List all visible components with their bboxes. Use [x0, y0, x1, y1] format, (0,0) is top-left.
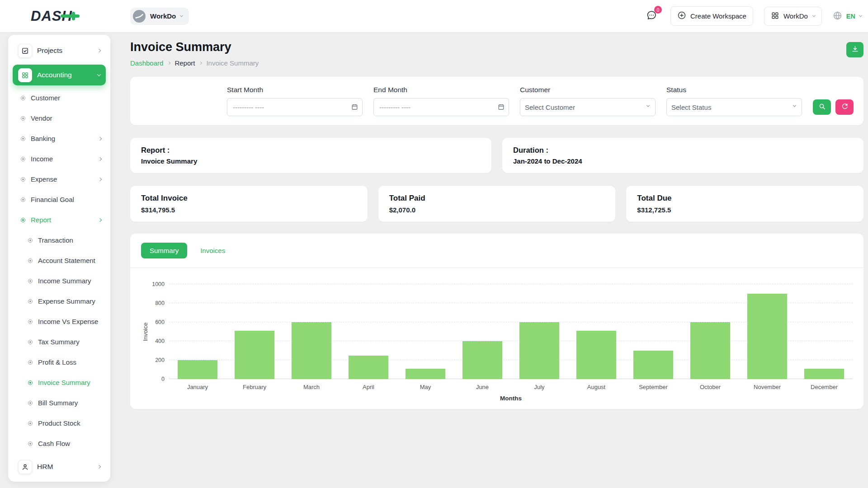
bullet-icon [21, 96, 25, 100]
chevron-down-icon [180, 14, 183, 17]
report-info-card: Report : Invoice Summary [130, 138, 491, 173]
bar-cell [397, 284, 454, 379]
bar-july[interactable] [519, 322, 559, 379]
sidebar-item-expense-summary[interactable]: Expense Summary [24, 292, 106, 310]
calendar-icon[interactable] [498, 103, 505, 110]
bar-june[interactable] [462, 341, 502, 379]
bar-cell [625, 284, 682, 379]
end-month-input[interactable] [373, 98, 509, 116]
sidebar-item-customer[interactable]: Customer [17, 89, 106, 107]
bar-august[interactable] [576, 331, 616, 379]
chevron-right-icon [199, 61, 202, 65]
workspace-name: WorkDo [150, 12, 176, 20]
globe-icon [833, 11, 842, 22]
accounting-submenu: CustomerVendorBankingIncomeExpenseFinanc… [8, 89, 110, 231]
messages-button[interactable]: 0 [643, 7, 660, 25]
report-info-value: Invoice Summary [141, 157, 481, 165]
chart-x-labels: JanuaryFebruaryMarchAprilMayJuneJulyAugu… [169, 379, 853, 390]
sidebar-item-tax-summary[interactable]: Tax Summary [24, 333, 106, 351]
bar-cell [682, 284, 739, 379]
bullet-icon [21, 157, 25, 161]
x-tick-label: August [568, 379, 625, 390]
bar-september[interactable] [633, 351, 673, 379]
bar-december[interactable] [804, 369, 844, 379]
bar-cell [169, 284, 226, 379]
breadcrumb-dashboard-link[interactable]: Dashboard [130, 59, 163, 67]
sidebar-item-label: Banking [31, 135, 55, 142]
sidebar-item-account-statement[interactable]: Account Statement [24, 252, 106, 269]
sidebar-item-label: Profit & Loss [38, 358, 76, 366]
bar-april[interactable] [349, 356, 388, 380]
breadcrumb-current: Invoice Summary [206, 59, 259, 67]
sidebar-item-label: Vendor [31, 114, 52, 122]
download-button[interactable] [846, 42, 863, 57]
sidebar-item-vendor[interactable]: Vendor [17, 109, 106, 127]
bar-march[interactable] [292, 322, 331, 379]
total-paid-label: Total Paid [389, 194, 605, 203]
customer-select[interactable]: Select Customer [520, 98, 656, 116]
search-button[interactable] [813, 99, 831, 115]
invoice-chart-plot [169, 284, 853, 379]
status-select[interactable]: Select Status [666, 98, 802, 116]
bullet-icon [21, 177, 25, 182]
sidebar-item-report[interactable]: Report [17, 211, 106, 229]
workspace-selector[interactable]: WorkDo [130, 8, 189, 25]
sidebar-item-hrm[interactable]: HRM [13, 456, 106, 477]
topbar: DASH WorkDo 0 Create [0, 0, 868, 32]
y-tick-label: 200 [155, 357, 165, 363]
bar-january[interactable] [178, 360, 217, 379]
calendar-icon[interactable] [351, 103, 358, 110]
bar-may[interactable] [406, 369, 445, 379]
sidebar-item-label: Customer [31, 94, 60, 102]
sidebar-item-financial-goal[interactable]: Financial Goal [17, 191, 106, 208]
sidebar-item-label: HRM [37, 463, 53, 471]
sidebar-item-banking[interactable]: Banking [17, 130, 106, 147]
bar-february[interactable] [235, 331, 274, 379]
start-month-input[interactable] [227, 98, 363, 116]
topbar-actions: 0 Create Workspace WorkDo EN [643, 6, 862, 26]
app-logo[interactable]: DASH [31, 8, 72, 24]
sidebar-item-profit-loss[interactable]: Profit & Loss [24, 353, 106, 371]
plus-circle-icon [677, 11, 686, 21]
workspace-menu-button[interactable]: WorkDo [764, 7, 822, 26]
grid-icon [771, 11, 779, 21]
sidebar-item-transaction[interactable]: Transaction [24, 231, 106, 249]
sidebar-item-invoice-summary[interactable]: Invoice Summary [24, 374, 106, 391]
sidebar-item-expense[interactable]: Expense [17, 170, 106, 188]
sidebar-item-label: Expense Summary [38, 297, 95, 305]
total-invoice-label: Total Invoice [141, 194, 357, 203]
bar-october[interactable] [690, 322, 730, 379]
sidebar-item-bill-summary[interactable]: Bill Summary [24, 394, 106, 412]
chevron-right-icon [98, 157, 102, 160]
main-content: Invoice Summary Dashboard Report Invoice… [110, 32, 868, 488]
language-selector[interactable]: EN [833, 11, 862, 22]
bullet-icon [21, 197, 25, 202]
chevron-down-icon [859, 14, 862, 17]
bar-november[interactable] [747, 294, 787, 379]
x-tick-label: January [169, 379, 226, 390]
y-tick-label: 800 [155, 300, 165, 306]
sidebar-item-accounting[interactable]: Accounting [13, 65, 106, 85]
page-heading: Invoice Summary Dashboard Report Invoice… [130, 40, 259, 67]
logo-swoosh-icon [61, 14, 80, 18]
bar-cell [283, 284, 340, 379]
sidebar-item-product-stock[interactable]: Product Stock [24, 414, 106, 432]
create-workspace-button[interactable]: Create Workspace [670, 6, 753, 26]
chevron-right-icon [97, 465, 101, 469]
chevron-right-icon [98, 177, 102, 181]
sidebar-item-income-summary[interactable]: Income Summary [24, 272, 106, 290]
sidebar-item-income[interactable]: Income [17, 150, 106, 168]
x-tick-label: December [796, 379, 853, 390]
sidebar-item-cash-flow[interactable]: Cash Flow [24, 435, 106, 452]
logo-area: DASH [0, 8, 130, 24]
tab-summary[interactable]: Summary [141, 243, 187, 258]
reset-button[interactable] [835, 99, 854, 115]
sidebar-item-label: Income [31, 155, 53, 163]
create-workspace-label: Create Workspace [690, 12, 746, 20]
tab-invoices[interactable]: Invoices [192, 243, 234, 258]
sidebar-item-projects[interactable]: Projects [13, 40, 106, 61]
sidebar-item-income-vs-expense[interactable]: Income Vs Expense [24, 313, 106, 330]
chevron-right-icon [98, 136, 102, 140]
total-invoice-value: $314,795.5 [141, 206, 357, 214]
total-paid-value: $2,070.0 [389, 206, 605, 214]
